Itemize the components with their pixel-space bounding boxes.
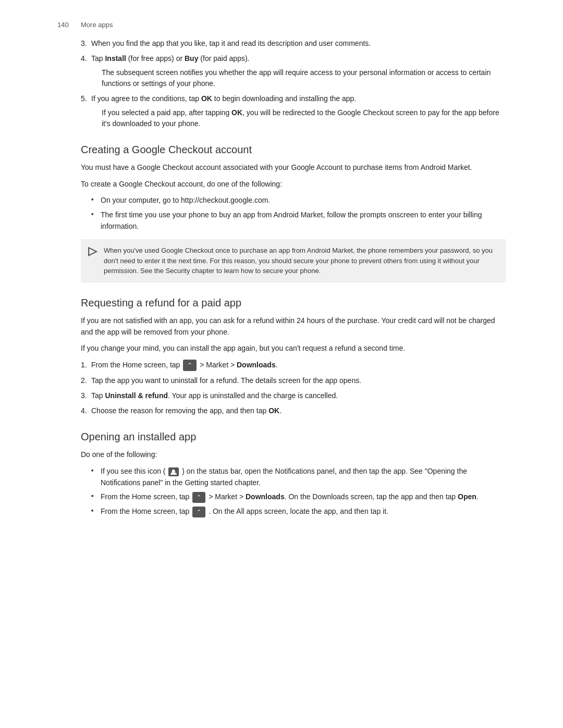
checkout-bullet-1: On your computer, go to http://checkout.… <box>91 195 506 206</box>
refund-step-2-text: Tap the app you want to uninstall for a … <box>91 376 361 385</box>
checkout-note: ▷ When you've used Google Checkout once … <box>81 239 506 282</box>
ok-label-3: OK <box>268 406 279 415</box>
checkout-bullet-2: The first time you use your phone to buy… <box>91 209 506 232</box>
checkout-bullets: On your computer, go to http://checkout.… <box>91 195 506 232</box>
step-4-indent: The subsequent screen notifies you wheth… <box>102 67 506 89</box>
step-3-text: When you find the app that you like, tap… <box>91 39 371 47</box>
open-bullet-2: From the Home screen, tap ⌃ > Market > D… <box>91 491 506 503</box>
svg-marker-1 <box>172 469 176 473</box>
uninstall-refund-label: Uninstall & refund <box>105 391 168 400</box>
ok-label-1: OK <box>201 94 212 103</box>
open-bullet-3-text: From the Home screen, tap ⌃ . On the All… <box>101 507 388 515</box>
step-5-indent: If you selected a paid app, after tappin… <box>102 107 506 129</box>
downloads-label-2: Downloads <box>246 492 285 501</box>
step-4-text: Tap Install (for free apps) or Buy (for … <box>91 54 250 63</box>
svg-rect-0 <box>171 473 176 474</box>
refund-steps: From the Home screen, tap ⌃ > Market > D… <box>81 360 506 416</box>
step-5: If you agree to the conditions, tap OK t… <box>81 93 506 129</box>
open-heading: Opening an installed app <box>81 431 506 443</box>
buy-label: Buy <box>185 54 198 63</box>
open-bullet-1: If you see this icon ( ) on the status b… <box>91 466 506 488</box>
refund-step-4-text: Choose the reason for removing the app, … <box>91 406 282 415</box>
refund-body1: If you are not satisfied with an app, yo… <box>81 315 506 338</box>
note-flag-icon: ▷ <box>88 245 97 257</box>
refund-body2: If you change your mind, you can install… <box>81 343 506 354</box>
refund-step-3-text: Tap Uninstall & refund. Your app is unin… <box>91 391 338 400</box>
refund-step-4: Choose the reason for removing the app, … <box>81 405 506 416</box>
install-label: Install <box>105 54 126 63</box>
checkout-note-text: When you've used Google Checkout once to… <box>104 246 493 275</box>
page-section-title: More apps <box>81 21 113 29</box>
open-bullet-1-text: If you see this icon ( ) on the status b… <box>101 467 467 487</box>
home-btn-1: ⌃ <box>183 360 197 371</box>
step-3: When you find the app that you like, tap… <box>81 38 506 49</box>
content-area: When you find the app that you like, tap… <box>81 38 506 517</box>
steps-top: When you find the app that you like, tap… <box>81 38 506 129</box>
download-notification-icon <box>168 467 179 476</box>
refund-step-1: From the Home screen, tap ⌃ > Market > D… <box>81 360 506 371</box>
chevron-up-icon-3: ⌃ <box>197 508 201 516</box>
open-bullet-2-text: From the Home screen, tap ⌃ > Market > D… <box>101 492 479 501</box>
refund-heading: Requesting a refund for a paid app <box>81 297 506 309</box>
download-icon-svg <box>170 468 177 475</box>
checkout-body1: You must have a Google Checkout account … <box>81 162 506 174</box>
step-4: Tap Install (for free apps) or Buy (for … <box>81 53 506 89</box>
svg-rect-2 <box>170 474 177 475</box>
downloads-label-1: Downloads <box>237 361 276 369</box>
page-container: 140 More apps When you find the app that… <box>57 10 506 533</box>
open-label: Open <box>458 492 476 501</box>
checkout-heading: Creating a Google Checkout account <box>81 144 506 156</box>
step-5-text: If you agree to the conditions, tap OK t… <box>91 94 356 103</box>
open-body1: Do one of the following: <box>81 449 506 461</box>
refund-step-3: Tap Uninstall & refund. Your app is unin… <box>81 390 506 401</box>
ok-label-2: OK <box>231 108 242 117</box>
checkout-body2: To create a Google Checkout account, do … <box>81 179 506 190</box>
open-bullets: If you see this icon ( ) on the status b… <box>91 466 506 517</box>
home-btn-3: ⌃ <box>192 507 205 517</box>
chevron-up-icon-2: ⌃ <box>197 493 201 502</box>
chevron-up-icon: ⌃ <box>187 362 192 369</box>
refund-step-2: Tap the app you want to uninstall for a … <box>81 375 506 386</box>
page-header: 140 More apps <box>57 21 506 29</box>
open-bullet-3: From the Home screen, tap ⌃ . On the All… <box>91 506 506 517</box>
home-btn-2: ⌃ <box>192 492 205 503</box>
refund-step-1-text: From the Home screen, tap ⌃ > Market > D… <box>91 361 278 369</box>
page-number: 140 <box>57 21 81 29</box>
